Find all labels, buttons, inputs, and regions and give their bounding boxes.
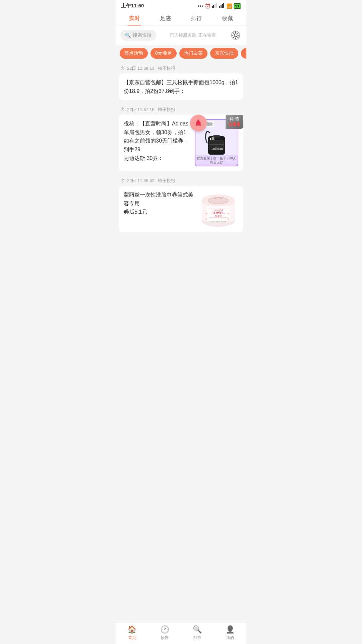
signal-bars2-icon <box>219 3 225 9</box>
svg-text:♥: ♥ <box>205 212 207 215</box>
svg-rect-4 <box>219 6 220 8</box>
svg-rect-5 <box>221 5 222 8</box>
svg-text:adidas: adidas <box>213 147 223 151</box>
svg-rect-3 <box>216 3 217 8</box>
product-image-footer: 官方直采 | 假一赔十 | 30天售后无忧 <box>195 155 238 166</box>
feed-card-2-row: 投稿：【直营时尚】Adidas单肩包男女，领30券，拍1如有之前领的30无门槛券… <box>124 119 238 166</box>
filter-tag-jd[interactable]: 京东快报 <box>210 48 238 59</box>
feed: ⏱ 22日 11:38:13 柚子快报 【京东自营包邮】三只松鼠手撕面包1000… <box>116 62 246 262</box>
notification-bell <box>190 115 207 131</box>
svg-rect-17 <box>213 135 220 137</box>
tab-footprint[interactable]: 足迹 <box>150 11 181 25</box>
svg-text:♥: ♥ <box>228 212 229 215</box>
search-status: 已连接服务器, 正在轮查 <box>160 32 226 38</box>
towel-product-image: menglisi —TOWEL— 棉柔巾 ♥ ♥ ♥ ♥ Soft Cotton… <box>198 191 238 227</box>
svg-text:♥: ♥ <box>228 218 229 221</box>
filter-tag-freebee[interactable]: 0元免单 <box>150 48 177 59</box>
tab-realtime[interactable]: 实时 <box>119 11 150 25</box>
youxuan-line1: 优 选 <box>228 116 240 122</box>
adidas-bag-svg: adidas <box>203 128 230 158</box>
clock-icon-1: ⏱ <box>120 66 125 71</box>
youxuan-badge[interactable]: 优 选 去看看 <box>226 115 243 129</box>
svg-text:棉柔巾: 棉柔巾 <box>215 215 222 217</box>
wifi-icon: 📶 <box>227 3 232 9</box>
time-label-2: ⏱ 22日 11:37:16 柚子快报 <box>116 103 246 115</box>
signal-bars-icon <box>212 3 218 9</box>
feed-card-2-content: 投稿：【直营时尚】Adidas单肩包男女，领30券，拍1如有之前领的30无门槛券… <box>124 119 191 162</box>
time-label-3: ⏱ 22日 11:35:42 柚子快报 <box>116 174 246 186</box>
feed-card-3[interactable]: 蒙丽丝一次性洗脸巾卷筒式美容专用券后5.1元 menglisi —TOWEL— <box>119 186 243 232</box>
feed-card-2[interactable]: 投稿：【直营时尚】Adidas单肩包男女，领30券，拍1如有之前领的30无门槛券… <box>119 115 243 171</box>
svg-point-8 <box>234 34 237 37</box>
svg-point-21 <box>208 197 228 204</box>
tab-ranking[interactable]: 排行 <box>181 11 212 25</box>
status-time: 上午11:50 <box>121 3 144 9</box>
filter-tag-hot[interactable]: 热门白菜 <box>179 48 207 59</box>
svg-rect-6 <box>222 4 223 8</box>
feed-card-2-image-wrap: 优 选 去看看 天猫国际 <box>195 119 238 166</box>
feed-card-1-text: 【京东自营包邮】三只松鼠手撕面包1000g，拍1份18.9，拍2份37.8到手： <box>124 78 238 95</box>
svg-text:—TOWEL—: —TOWEL— <box>208 211 228 215</box>
battery-icon: 91 <box>234 3 241 9</box>
svg-text:Soft Cotton Towel: Soft Cotton Towel <box>210 221 226 223</box>
svg-text:♥: ♥ <box>205 218 207 221</box>
alarm-icon: ⏰ <box>205 3 210 9</box>
svg-rect-2 <box>215 4 216 8</box>
search-icon: 🔍 <box>125 33 131 38</box>
svg-rect-1 <box>213 5 214 8</box>
youxuan-line2: 去看看 <box>228 122 240 127</box>
search-input[interactable]: 🔍 搜索快报 <box>120 30 156 41</box>
clock-icon-3: ⏱ <box>120 178 125 183</box>
svg-rect-7 <box>223 3 224 8</box>
time-label-1: ⏱ 22日 11:38:13 柚子快报 <box>116 62 246 73</box>
search-bar: 🔍 搜索快报 已连接服务器, 正在轮查 <box>116 26 246 45</box>
settings-button[interactable] <box>230 29 242 41</box>
filter-tags: 整点活动 0元免单 热门白菜 京东快报 天猫超市 <box>116 45 246 62</box>
svg-rect-0 <box>212 6 213 8</box>
status-bar: 上午11:50 ••• ⏰ 📶 91 <box>116 0 246 11</box>
feed-card-1[interactable]: 【京东自营包邮】三只松鼠手撕面包1000g，拍1份18.9，拍2份37.8到手： <box>119 73 243 100</box>
tab-favorites[interactable]: 收藏 <box>212 11 243 25</box>
filter-tag-hourly[interactable]: 整点活动 <box>120 48 148 59</box>
nav-tabs: 实时 足迹 排行 收藏 <box>116 11 246 26</box>
signal-dots-icon: ••• <box>198 3 203 8</box>
feed-card-3-content: 蒙丽丝一次性洗脸巾卷筒式美容专用券后5.1元 <box>124 191 194 216</box>
filter-tag-tmall[interactable]: 天猫超市 <box>241 48 246 59</box>
feed-card-2-text: 投稿：【直营时尚】Adidas单肩包男女，领30券，拍1如有之前领的30无门槛券… <box>124 119 191 162</box>
feed-card-3-row: 蒙丽丝一次性洗脸巾卷筒式美容专用券后5.1元 menglisi —TOWEL— <box>124 191 238 227</box>
clock-icon-2: ⏱ <box>120 107 125 112</box>
status-icons: ••• ⏰ 📶 91 <box>198 3 241 9</box>
search-placeholder: 搜索快报 <box>133 32 152 38</box>
feed-card-3-text: 蒙丽丝一次性洗脸巾卷筒式美容专用券后5.1元 <box>124 191 194 216</box>
